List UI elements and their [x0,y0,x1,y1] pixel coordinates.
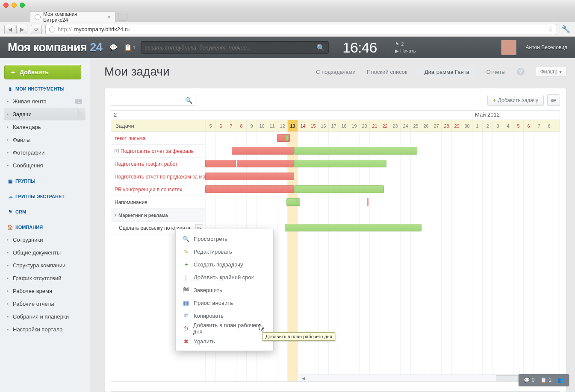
ctx-deadline[interactable]: ¦Добавить крайний срок [176,271,273,284]
user-avatar[interactable] [501,40,516,55]
sidebar-item-files[interactable]: ▸Файлы [4,133,86,146]
task-row[interactable]: Подготовить график работ [111,158,205,170]
ctx-pause[interactable]: ▮▮Приостановить [176,296,273,309]
task-row[interactable]: Подготовить отчет по продажам за ма [111,170,205,183]
work-status[interactable]: ⚑2 ▶Начать [389,41,416,55]
close-icon[interactable]: × [107,14,111,20]
sidebar: ＋Добавить ▮МОИ ИНСТРУМЕНТЫ ▸Живая лента1… [0,58,90,392]
sidebar-group-extranet[interactable]: ☁ГРУППЫ ЭКСТРАНЕТ [4,187,86,202]
day-cell: 23 [390,120,400,132]
view-gantt[interactable]: Диаграмма Ганта [419,67,475,77]
search-icon[interactable]: 🔍 [185,97,192,104]
day-cell: 8 [544,120,554,132]
view-reports[interactable]: Отчеты [487,69,506,75]
sidebar-item-structure[interactable]: ▸Структура компании [4,259,86,272]
expand-icon[interactable]: + [115,149,119,153]
help-icon[interactable]: ? [517,68,525,76]
gantt-bar[interactable] [205,160,236,167]
gantt-bar[interactable] [277,134,290,142]
sidebar-item-meetings[interactable]: ▸Собрания и планерки [4,310,86,323]
list-settings-button[interactable]: ≡▾ [547,94,560,106]
ctx-subtask[interactable]: ＋Создать подзадачу [176,258,273,271]
ctx-view[interactable]: 🔍Просмотреть [176,232,273,245]
day-cell: 17 [328,120,339,132]
sidebar-item-tasks[interactable]: ▸Задачи [4,108,86,120]
global-search-input[interactable] [144,44,316,51]
gantt-bar[interactable] [286,198,300,206]
macos-close[interactable] [3,3,9,8]
nav-reload-button[interactable]: ⟳ [31,25,42,34]
notifications-icon[interactable]: 📋1 [124,42,135,53]
sidebar-item-settings[interactable]: ▸Настройки портала [4,323,86,336]
task-search-input[interactable] [114,97,185,103]
nav-forward-button[interactable]: ▶ [16,25,27,34]
chevron-down-icon: ▾ [559,69,562,75]
ctx-finish[interactable]: 🏁Завершить [176,284,273,296]
ctx-edit[interactable]: ✎Редактировать [176,245,273,258]
sidebar-group-company: 🏠КОМПАНИЯ [4,218,86,233]
sidebar-item-reports[interactable]: ▸Рабочие отчеты [4,297,86,310]
new-tab-button[interactable] [118,13,127,20]
gantt-bar[interactable] [294,147,417,155]
add-button[interactable]: ＋Добавить [4,65,81,79]
task-row[interactable]: +Подготовить отчет за февраль [111,145,205,158]
day-cell: 5 [205,120,215,132]
view-subtasks[interactable]: С подзадачами [316,69,356,75]
sidebar-item-absence[interactable]: ▸График отсутствий [4,272,86,284]
sidebar-item-worktime[interactable]: ▸Рабочее время [4,284,86,297]
task-row[interactable]: PR конференции в соцсетях [111,183,205,196]
sidebar-item-calendar[interactable]: ▸Календарь [4,120,86,133]
sidebar-group-groups[interactable]: ▣ГРУППЫ [4,172,86,187]
scroll-left-icon[interactable]: ◀ [300,375,306,381]
sidebar-group-crm[interactable]: ⚑CRM [4,202,86,218]
home-icon: 🏠 [8,225,13,230]
view-flat[interactable]: Плоский список [367,69,407,75]
gantt-bar[interactable] [285,224,422,231]
people-icon[interactable]: 👥 [557,377,564,383]
footer-tray[interactable]: 💬0 📋1 👥 [519,374,569,386]
bookmark-star-icon[interactable]: ☆ [548,26,553,33]
gantt-bar[interactable] [232,147,294,155]
add-task-button[interactable]: +Добавить задачу [487,95,544,106]
day-cell: 16 [318,120,328,132]
sidebar-item-messages[interactable]: ▸Сообщения [4,159,86,172]
day-cell: 28 [441,120,451,132]
sidebar-item-photos[interactable]: ▸Фотографии [4,146,86,159]
filter-button[interactable]: Фильтр ▾ [536,67,566,77]
ctx-copy[interactable]: ⧉Копировать [176,309,273,322]
nav-back-button[interactable]: ◀ [4,25,15,34]
browser-toolbar: ◀ ▶ ⟳ http://mycompany.bitrix24.ru ☆ 🔧 [0,22,575,37]
task-group-row[interactable]: ▾Маркетинг и реклама [111,209,205,222]
chevron-down-icon[interactable]: ▾ [115,213,117,217]
play-icon: ▶ [395,47,398,55]
gantt-bar[interactable] [294,185,384,193]
url-protocol: http:// [58,26,72,32]
task-row[interactable]: Напоминание [111,196,205,209]
address-bar[interactable]: http://mycompany.bitrix24.ru ☆ [45,24,557,35]
macos-minimize[interactable] [12,3,17,8]
day-cell: 21 [369,120,380,132]
chat-icon[interactable]: 💬 [108,42,118,53]
macos-zoom[interactable] [20,3,25,8]
deadline-icon: ¦ [183,274,189,281]
day-cell: 22 [380,120,390,132]
deadline-marker[interactable] [367,198,369,206]
user-name[interactable]: Антон Веселовид [526,44,567,50]
task-row[interactable]: текст письма [111,132,205,145]
sidebar-item-feed[interactable]: ▸Живая лента1 [4,95,86,108]
gantt-bar[interactable] [205,173,294,180]
global-search[interactable]: 🔍 [141,41,329,54]
gantt-bar[interactable] [294,160,386,167]
task-search[interactable]: 🔍 [111,95,195,106]
day-cell: 12 [277,120,287,132]
sidebar-item-docs[interactable]: ▸Общие документы [4,246,86,259]
ctx-delete[interactable]: ✖Удалить [176,335,273,348]
browser-menu-button[interactable]: 🔧 [560,24,571,35]
page-title: Мои задачи [104,65,170,79]
search-icon[interactable]: 🔍 [316,44,325,52]
sidebar-item-employees[interactable]: ▸Сотрудники [4,233,86,246]
browser-tab[interactable]: Моя компания: Битрикс24 × [30,11,115,22]
day-cell: 7 [226,120,236,132]
gantt-bar[interactable] [237,160,294,167]
gantt-bar[interactable] [205,185,294,193]
